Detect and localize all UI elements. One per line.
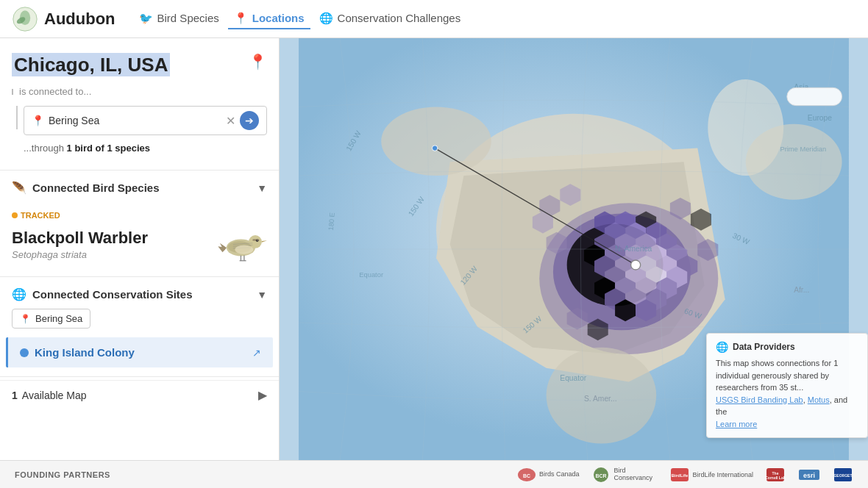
- page-title: Chicago, IL, USA: [12, 50, 170, 77]
- map-area[interactable]: 150 W 150 W 120 W 150 W 60 W 30 W Europe…: [280, 38, 868, 460]
- svg-text:Europe: Europe: [808, 114, 832, 122]
- svg-text:BirdLife: BirdLife: [672, 473, 689, 478]
- esri-logo: esri: [797, 467, 821, 483]
- sidebar: Chicago, IL, USA 📍 is connected to... 📍 …: [0, 38, 280, 460]
- sidebar-top: Chicago, IL, USA 📍 is connected to... 📍 …: [0, 38, 279, 167]
- globe-sites-icon: 🌐: [12, 287, 26, 301]
- main-layout: Chicago, IL, USA 📍 is connected to... 📍 …: [0, 38, 868, 460]
- svg-text:180 E: 180 E: [327, 212, 336, 231]
- cornell-lab-logo: The Cornell Lab: [765, 467, 786, 483]
- location-search-input[interactable]: [49, 115, 226, 126]
- bird-latin-name: Setophaga striata: [12, 249, 148, 260]
- through-text: ...through 1 bird of 1 species: [24, 143, 255, 154]
- svg-rect-93: [787, 87, 842, 105]
- svg-point-91: [631, 260, 641, 270]
- search-pin-icon: 📍: [32, 115, 44, 126]
- chevron-right-icon: ▶: [258, 388, 267, 402]
- birds-canada-logo: BC Birds Canada: [516, 467, 580, 483]
- founding-partners-label: FOUNDING PARTNERS: [15, 470, 110, 479]
- conservation-sites-section[interactable]: 🌐 Connected Conservation Sites ▼: [0, 280, 279, 309]
- svg-text:N. America: N. America: [615, 245, 652, 253]
- clear-search-icon[interactable]: ✕: [226, 114, 235, 128]
- logo[interactable]: Audubon: [12, 6, 115, 32]
- svg-text:Equator: Equator: [359, 271, 383, 279]
- main-nav: 🐦 Bird Species 📍 Locations 🌐 Conservatio…: [133, 9, 467, 29]
- svg-marker-11: [262, 240, 267, 243]
- svg-point-92: [432, 146, 437, 151]
- data-providers-popup: 🌐 Data Providers This map shows connecti…: [706, 333, 868, 438]
- connected-to-label: is connected to...: [12, 86, 267, 97]
- bird-card: TRACKED Blackpoll Warbler Setophaga stri…: [0, 202, 279, 273]
- svg-text:BC: BC: [523, 473, 530, 478]
- george-university-logo: GEORGET: [833, 467, 853, 483]
- divider-3: [0, 376, 279, 377]
- data-providers-icon: 🌐: [716, 341, 728, 353]
- svg-point-72: [746, 124, 842, 200]
- svg-text:Prime Meridian: Prime Meridian: [780, 146, 826, 153]
- nav-bird-species[interactable]: 🐦 Bird Species: [133, 9, 225, 29]
- location-pin-button[interactable]: 📍: [249, 53, 267, 71]
- chevron-down-icon: ▼: [257, 182, 267, 194]
- motus-link[interactable]: Motus: [808, 395, 830, 404]
- svg-text:S. Amer...: S. Amer...: [584, 395, 617, 403]
- king-island-dot: [20, 348, 29, 357]
- footer: FOUNDING PARTNERS BC Birds Canada BCR Bi…: [0, 460, 868, 488]
- data-providers-body: This map shows connections for 1 individ…: [716, 357, 858, 430]
- bird-name: Blackpoll Warbler: [12, 229, 148, 248]
- audubon-logo-icon: [12, 6, 38, 32]
- svg-text:Afr...: Afr...: [794, 286, 809, 294]
- external-link-icon[interactable]: ↗: [252, 347, 261, 359]
- learn-more-link[interactable]: Learn more: [716, 420, 757, 428]
- svg-point-70: [381, 107, 491, 175]
- king-island-label: King Island Colony: [35, 346, 135, 359]
- tracked-badge: TRACKED: [12, 211, 60, 220]
- king-island-item[interactable]: King Island Colony ↗: [6, 337, 273, 367]
- bird-wing-icon: 🪶: [12, 181, 26, 195]
- bird-illustration: [208, 224, 267, 265]
- header: Audubon 🐦 Bird Species 📍 Locations 🌐 Con…: [0, 0, 868, 38]
- available-map-section[interactable]: 1 Available Map ▶: [0, 380, 279, 409]
- bird-species-icon: 🐦: [139, 12, 153, 25]
- svg-text:Equator: Equator: [560, 374, 587, 382]
- svg-text:Cornell Lab: Cornell Lab: [765, 476, 786, 480]
- search-go-button[interactable]: ➔: [240, 111, 259, 130]
- footer-logos: BC Birds Canada BCR Bird Conservancy Bir…: [516, 467, 853, 483]
- search-box: 📍 ✕ ➔: [24, 106, 267, 135]
- svg-point-18: [235, 245, 253, 254]
- divider-1: [0, 170, 279, 171]
- svg-rect-19: [252, 239, 259, 240]
- divider-2: [0, 276, 279, 277]
- bering-sea-tag[interactable]: 📍 Bering Sea: [12, 309, 90, 329]
- conservation-sites-list: 📍 Bering Sea: [0, 309, 279, 334]
- usgs-link[interactable]: USGS Bird Banding Lab: [716, 395, 803, 404]
- svg-text:esri: esri: [803, 472, 815, 479]
- connected-bird-species-section[interactable]: 🪶 Connected Bird Species ▼: [0, 173, 279, 202]
- globe-icon: 🌐: [319, 12, 333, 25]
- nav-locations[interactable]: 📍 Locations: [228, 9, 310, 29]
- bird-conservancy-logo: BCR Bird Conservancy: [591, 467, 658, 483]
- site-pin-icon: 📍: [20, 314, 31, 324]
- location-pin-icon: 📍: [234, 12, 248, 25]
- svg-text:GEORGET: GEORGET: [833, 473, 852, 478]
- tracked-dot: [12, 212, 18, 218]
- svg-text:BCR: BCR: [596, 473, 607, 478]
- chevron-down-icon-2: ▼: [257, 289, 267, 301]
- birdlife-logo: BirdLife BirdLife International: [669, 467, 753, 483]
- nav-conservation-challenges[interactable]: 🌐 Conservation Challenges: [313, 9, 467, 29]
